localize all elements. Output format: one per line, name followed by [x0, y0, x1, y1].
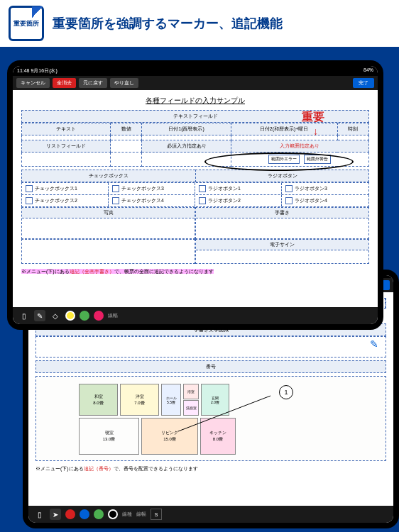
- cancel-button[interactable]: キャンセル: [16, 78, 50, 88]
- color-green[interactable]: [80, 311, 89, 321]
- handwrite-input[interactable]: ✎: [35, 336, 386, 358]
- col-number: 数値: [111, 123, 142, 135]
- shape-icon[interactable]: ◇: [50, 310, 61, 321]
- checkbox-grid-2: チェックボックス2 チェックボックス4 ラジオボタン2 ラジオボタン4: [21, 195, 369, 207]
- list-field-label: リストフィールド: [22, 140, 111, 153]
- size-icon[interactable]: S: [151, 509, 162, 520]
- tablet-icon: 重要箇所: [9, 6, 44, 41]
- checkbox-1[interactable]: チェックボックス1: [22, 183, 109, 194]
- form-canvas[interactable]: 各種フィールドの入力サンプル テキストフィールド テキスト 数値 日付1(西暦表…: [13, 90, 378, 307]
- eraser-icon[interactable]: ▯: [18, 310, 30, 321]
- col-date1: 日付1(西暦表示): [142, 123, 231, 135]
- color-green[interactable]: [94, 509, 104, 519]
- color-black[interactable]: [108, 509, 118, 519]
- photo-tegaki-row: 写真 手書き: [21, 207, 369, 239]
- pointer-line: [178, 392, 278, 435]
- col-text: テキスト: [22, 123, 111, 135]
- annotation-important: 重要: [302, 110, 324, 125]
- ipad-frame-1: 11:48 9月16日(水) 84% キャンセル 全消去 元に戻す やり直し 完…: [7, 60, 383, 330]
- checkbox-grid: チェックボックス1 チェックボックス3 ラジオボタン1 ラジオボタン3: [21, 182, 369, 195]
- radio-2[interactable]: ラジオボタン2: [195, 195, 282, 206]
- radio-4[interactable]: ラジオボタン4: [282, 195, 368, 206]
- color-blue[interactable]: [80, 509, 89, 519]
- checkbox-3[interactable]: チェックボックス3: [109, 183, 195, 194]
- col-date2: 日付2(和暦表示)+曜日: [231, 123, 337, 135]
- status-battery: 84%: [364, 67, 373, 74]
- bottom-toolbar-2: ▯ ➤ 線種 線幅 S: [28, 506, 393, 523]
- pencil-icon[interactable]: ✎: [370, 338, 378, 350]
- clear-all-button[interactable]: 全消去: [53, 78, 76, 88]
- status-time: 11:48 9月16日(水): [17, 67, 58, 74]
- section-radio: ラジオボタン: [195, 170, 369, 182]
- icon-label: 重要箇所: [13, 19, 39, 28]
- pointer-icon[interactable]: ➤: [50, 509, 61, 520]
- done-button[interactable]: 完了: [353, 78, 374, 88]
- app-header: 重要箇所 重要箇所を強調するマーカー、追記機能: [0, 0, 399, 47]
- pen-icon[interactable]: ✎: [34, 310, 45, 321]
- bottom-toolbar: ▯ ✎ ◇ 線幅: [13, 307, 378, 324]
- annotation-circle: [204, 153, 354, 171]
- line-type-label[interactable]: 線種: [122, 511, 132, 518]
- status-bar: 11:48 9月16日(水) 84%: [13, 66, 378, 76]
- section-checkbox: チェックボックス: [21, 170, 195, 182]
- form-note: ※メニュー(下)にある追記（全画手書き）で、帳票の全面に追記できるようになります: [21, 268, 369, 275]
- annotation-arrow: ↓: [313, 126, 318, 137]
- color-yellow[interactable]: [65, 311, 75, 321]
- ipad-screen-1: 11:48 9月16日(水) 84% キャンセル 全消去 元に戻す やり直し 完…: [13, 66, 378, 324]
- form-note-2: ※メニュー(下)にある追記（番号）で、番号を配置できるようになります: [35, 465, 386, 472]
- sign-label: 電子サイン: [196, 240, 368, 250]
- line-width-label[interactable]: 線幅: [136, 511, 146, 518]
- color-pink[interactable]: [94, 311, 104, 321]
- radio-3[interactable]: ラジオボタン3: [282, 183, 368, 194]
- eraser-icon[interactable]: ▯: [34, 509, 45, 520]
- undo-button[interactable]: 元に戻す: [79, 78, 107, 88]
- range-label: 入力範囲指定あり: [231, 140, 368, 153]
- section-number: 番号: [35, 360, 386, 373]
- svg-line-0: [178, 396, 270, 431]
- form-title: 各種フィールドの入力サンプル: [21, 96, 369, 106]
- radio-1[interactable]: ラジオボタン1: [195, 183, 282, 194]
- photo-label: 写真: [22, 208, 195, 218]
- floor-plan[interactable]: 和室8.0畳 洋室7.0畳 ホール5.5畳 浴室 洗面室 玄関2.0畳 寝室13…: [35, 376, 386, 461]
- redo-button[interactable]: やり直し: [110, 78, 138, 88]
- line-width-label[interactable]: 線幅: [108, 312, 118, 319]
- tegaki-label: 手書き: [196, 208, 368, 218]
- color-red[interactable]: [65, 509, 75, 519]
- top-toolbar: キャンセル 全消去 元に戻す やり直し 完了: [13, 76, 378, 90]
- checkbox-4[interactable]: チェックボックス4: [109, 195, 195, 206]
- col-time: 時刻: [337, 123, 368, 135]
- header-title: 重要箇所を強調するマーカー、追記機能: [53, 15, 283, 32]
- required-label: 必須入力指定あり: [142, 140, 231, 153]
- sign-row: 電子サイン: [21, 239, 369, 264]
- checkbox-2[interactable]: チェックボックス2: [22, 195, 109, 206]
- number-marker[interactable]: 1: [279, 385, 293, 399]
